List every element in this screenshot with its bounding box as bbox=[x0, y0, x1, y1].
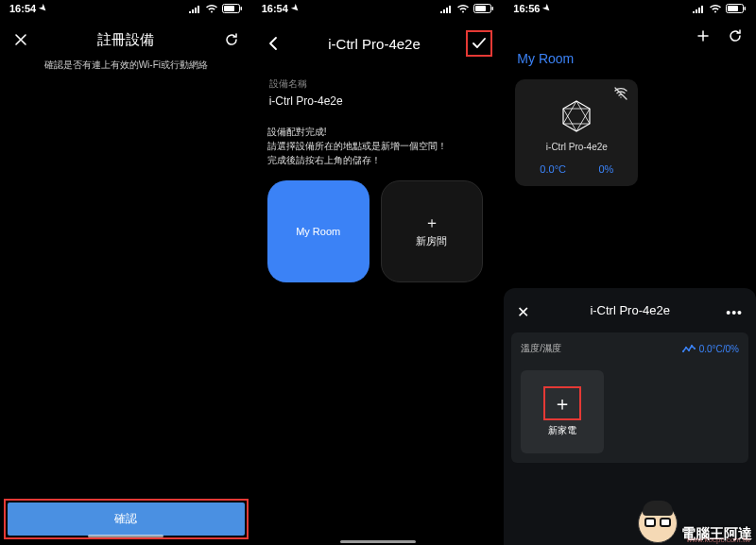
plus-icon: ＋ bbox=[553, 394, 572, 413]
refresh-icon[interactable] bbox=[726, 26, 745, 45]
plus-icon: ＋ bbox=[424, 215, 439, 230]
sheet-title: i-Ctrl Pro-4e2e bbox=[590, 303, 670, 317]
wifi-off-icon bbox=[613, 87, 628, 104]
svg-rect-2 bbox=[240, 7, 242, 10]
svg-marker-11 bbox=[563, 109, 590, 131]
header-actions bbox=[504, 17, 756, 45]
rooms-row: My Room ＋ 新房間 bbox=[252, 180, 505, 282]
highlight-frame: 確認 bbox=[4, 499, 249, 539]
sheet-close-icon[interactable]: ✕ bbox=[517, 303, 529, 321]
wifi-icon bbox=[205, 4, 218, 13]
home-indicator bbox=[88, 535, 163, 537]
room-tile-selected[interactable]: My Room bbox=[267, 180, 369, 282]
location-icon: ➤ bbox=[38, 3, 50, 15]
temp-humidity-row: 溫度/濕度 0.0°C/0% bbox=[521, 342, 739, 355]
sheet-header: ✕ i-Ctrl Pro-4e2e ••• bbox=[504, 294, 756, 323]
battery-icon bbox=[473, 4, 494, 13]
back-icon[interactable] bbox=[264, 34, 283, 53]
chart-icon bbox=[682, 344, 696, 353]
refresh-icon[interactable] bbox=[222, 30, 241, 49]
svg-point-12 bbox=[682, 350, 684, 352]
svg-rect-8 bbox=[745, 7, 747, 10]
room-tile-label: My Room bbox=[296, 226, 340, 237]
phone-screen-2: 16:54 ➤ i-Ctrl Pro-4e2e 設備名稱 i-Ctrl Pro-… bbox=[252, 0, 505, 545]
status-bar: 16:54 ➤ bbox=[252, 0, 505, 17]
highlight-frame bbox=[466, 30, 492, 57]
svg-rect-7 bbox=[728, 6, 738, 11]
temp-humidity-label: 溫度/濕度 bbox=[521, 342, 561, 355]
signal-icon bbox=[188, 5, 201, 13]
highlight-frame: ＋ bbox=[543, 386, 581, 420]
top-nav: i-Ctrl Pro-4e2e bbox=[252, 17, 505, 60]
status-right bbox=[439, 4, 494, 13]
location-icon: ➤ bbox=[541, 3, 554, 15]
signal-icon bbox=[439, 5, 453, 13]
save-check-icon[interactable] bbox=[470, 34, 489, 53]
battery-icon bbox=[726, 4, 747, 13]
device-temp: 0.0°C bbox=[540, 163, 566, 175]
status-bar: 16:54 ➤ bbox=[0, 0, 252, 17]
sheet-more-icon[interactable]: ••• bbox=[726, 305, 743, 320]
svg-marker-9 bbox=[563, 101, 590, 131]
page-title: i-Ctrl Pro-4e2e bbox=[328, 36, 421, 52]
phone-screen-1: 16:54 ➤ 註冊設備 確認是否有連上有效的Wi-Fi或行動網絡 確認 bbox=[0, 0, 252, 545]
sheet-body: 溫度/濕度 0.0°C/0% ＋ 新家電 bbox=[511, 332, 748, 463]
svg-point-14 bbox=[688, 349, 690, 351]
svg-rect-4 bbox=[475, 6, 486, 11]
device-humidity: 0% bbox=[598, 163, 613, 175]
pairing-message: 設備配對完成! 請選擇設備所在的地點或是新增一個空間！ 完成後請按右上角的儲存！ bbox=[252, 119, 505, 180]
signal-icon bbox=[692, 5, 705, 13]
device-name: i-Ctrl Pro-4e2e bbox=[523, 142, 630, 152]
close-icon[interactable] bbox=[11, 30, 30, 49]
device-card[interactable]: i-Ctrl Pro-4e2e 0.0°C 0% bbox=[515, 79, 638, 186]
status-right bbox=[692, 4, 747, 13]
status-bar: 16:56 ➤ bbox=[504, 0, 756, 17]
confirm-button[interactable]: 確認 bbox=[8, 502, 245, 536]
battery-icon bbox=[222, 4, 243, 13]
subtitle: 確認是否有連上有效的Wi-Fi或行動網絡 bbox=[0, 59, 252, 72]
device-values: 0.0°C 0% bbox=[523, 163, 630, 175]
device-sheet: ✕ i-Ctrl Pro-4e2e ••• 溫度/濕度 0.0°C/0% ＋ 新… bbox=[504, 288, 756, 545]
home-indicator bbox=[340, 540, 416, 543]
add-appliance-label: 新家電 bbox=[548, 424, 576, 437]
device-name-label: 設備名稱 bbox=[252, 60, 505, 93]
temp-humidity-value: 0.0°C/0% bbox=[699, 344, 739, 354]
phone-screen-3: 16:56 ➤ My Room i-Ctrl Pro-4e2e 0.0°C 0% bbox=[504, 0, 756, 545]
device-name-value[interactable]: i-Ctrl Pro-4e2e bbox=[252, 93, 505, 119]
wifi-icon bbox=[709, 4, 722, 13]
page-title: 註冊設備 bbox=[97, 31, 154, 49]
status-time: 16:56 bbox=[513, 3, 540, 14]
room-title[interactable]: My Room bbox=[504, 45, 756, 72]
status-time: 16:54 bbox=[9, 3, 36, 14]
status-right bbox=[188, 4, 243, 13]
wifi-icon bbox=[456, 4, 470, 13]
svg-marker-10 bbox=[563, 101, 590, 124]
top-nav: 註冊設備 bbox=[0, 17, 252, 53]
add-icon[interactable] bbox=[694, 26, 713, 45]
status-time: 16:54 bbox=[262, 3, 288, 14]
add-appliance-tile[interactable]: ＋ 新家電 bbox=[521, 370, 604, 453]
svg-rect-1 bbox=[224, 6, 234, 11]
svg-point-16 bbox=[694, 348, 696, 349]
svg-point-13 bbox=[685, 347, 687, 349]
location-icon: ➤ bbox=[289, 3, 301, 15]
svg-rect-5 bbox=[492, 7, 494, 10]
svg-point-15 bbox=[691, 345, 693, 347]
room-tile-add[interactable]: ＋ 新房間 bbox=[381, 180, 483, 282]
room-add-label: 新房間 bbox=[416, 234, 447, 248]
